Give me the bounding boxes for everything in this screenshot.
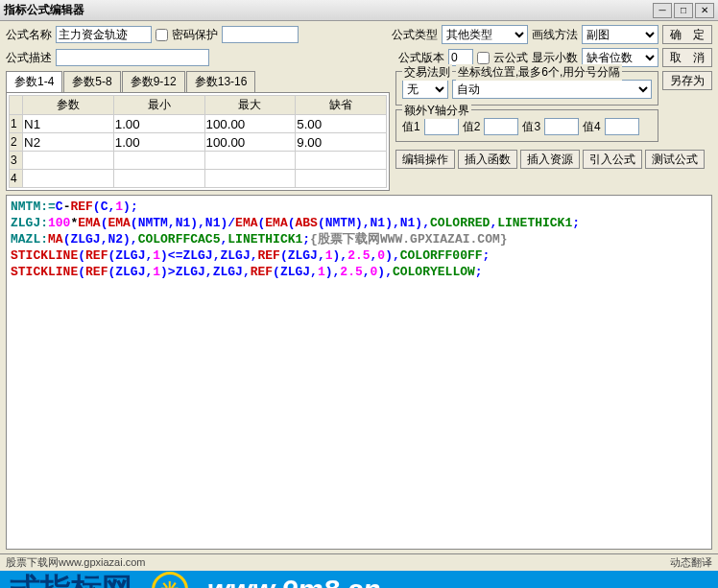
param-max-input[interactable] bbox=[206, 134, 295, 150]
tab-params-5-8[interactable]: 参数5-8 bbox=[63, 71, 120, 92]
trade-title: 交易法则 bbox=[402, 64, 452, 81]
table-row: 2 bbox=[10, 133, 387, 152]
param-min-input[interactable] bbox=[115, 116, 203, 131]
status-right: 动态翻译 bbox=[670, 555, 712, 570]
axis-v1-input[interactable] bbox=[424, 118, 459, 135]
trade-rule-group: 交易法则 坐标线位置,最多6个,用分号分隔 无 自动 bbox=[395, 71, 658, 106]
dec-label: 显示小数 bbox=[532, 50, 578, 66]
ad-banner: 式指标网 米 www.9m8.cn bbox=[0, 571, 718, 588]
param-grid: 参数 最小 最大 缺省 1 2 bbox=[6, 92, 390, 191]
param-min-input[interactable] bbox=[115, 153, 203, 168]
cancel-button[interactable]: 取 消 bbox=[662, 48, 712, 67]
param-min-input[interactable] bbox=[115, 171, 203, 186]
param-max-input[interactable] bbox=[206, 116, 295, 131]
param-name-input[interactable] bbox=[24, 116, 112, 131]
param-max-input[interactable] bbox=[206, 171, 295, 186]
ad-text: 式指标网 bbox=[10, 571, 132, 588]
ok-button[interactable]: 确 定 bbox=[662, 25, 712, 44]
draw-label: 画线方法 bbox=[532, 27, 578, 43]
param-def-input[interactable] bbox=[297, 116, 385, 131]
param-name-input[interactable] bbox=[24, 134, 112, 150]
edit-ops-button[interactable]: 编辑操作 bbox=[395, 150, 455, 169]
insert-res-button[interactable]: 插入资源 bbox=[520, 150, 580, 169]
status-bar: 股票下载网www.gpxiazai.com 动态翻译 bbox=[0, 553, 718, 571]
draw-select[interactable]: 副图 bbox=[582, 25, 658, 44]
axis-v3-input[interactable] bbox=[544, 118, 579, 135]
param-max-input[interactable] bbox=[206, 153, 295, 168]
table-row: 1 bbox=[10, 115, 387, 133]
col-max: 最大 bbox=[204, 96, 296, 115]
tab-params-1-4[interactable]: 参数1-4 bbox=[6, 71, 62, 92]
import-formula-button[interactable]: 引入公式 bbox=[583, 150, 642, 169]
param-name-input[interactable] bbox=[24, 153, 112, 168]
axis-v2-input[interactable] bbox=[484, 118, 518, 135]
maximize-button[interactable]: □ bbox=[674, 3, 693, 18]
name-label: 公式名称 bbox=[6, 27, 52, 43]
saveas-button[interactable]: 另存为 bbox=[662, 71, 712, 90]
tab-params-9-12[interactable]: 参数9-12 bbox=[122, 71, 185, 92]
trade-sel2[interactable]: 自动 bbox=[452, 80, 652, 99]
pwd-label: 密码保护 bbox=[172, 27, 218, 43]
desc-label: 公式描述 bbox=[6, 50, 52, 66]
cloud-checkbox[interactable] bbox=[477, 52, 490, 64]
trade-hint: 坐标线位置,最多6个,用分号分隔 bbox=[456, 64, 622, 81]
close-button[interactable]: ✕ bbox=[695, 3, 714, 18]
param-min-input[interactable] bbox=[115, 134, 203, 150]
insert-func-button[interactable]: 插入函数 bbox=[458, 150, 517, 169]
trade-sel1[interactable]: 无 bbox=[402, 80, 448, 99]
param-def-input[interactable] bbox=[297, 171, 385, 186]
status-left: 股票下载网www.gpxiazai.com bbox=[6, 555, 670, 570]
extra-axis-title: 额外Y轴分界 bbox=[402, 103, 471, 119]
window-title: 指标公式编辑器 bbox=[4, 2, 651, 18]
ad-logo-icon: 米 bbox=[152, 572, 188, 588]
tab-params-13-16[interactable]: 参数13-16 bbox=[186, 71, 256, 92]
title-bar: 指标公式编辑器 ─ □ ✕ bbox=[0, 0, 718, 21]
col-def: 缺省 bbox=[296, 96, 387, 115]
name-input[interactable] bbox=[56, 26, 152, 43]
pwd-input[interactable] bbox=[222, 26, 299, 43]
param-def-input[interactable] bbox=[297, 153, 385, 168]
test-formula-button[interactable]: 测试公式 bbox=[645, 150, 705, 169]
cloud-label: 云公式 bbox=[493, 50, 528, 66]
table-row: 4 bbox=[10, 170, 387, 188]
extra-axis-group: 额外Y轴分界 值1 值2 值3 值4 bbox=[395, 109, 658, 142]
ad-url: www.9m8.cn bbox=[207, 574, 381, 588]
code-editor[interactable]: NMTM:=C-REF(C,1); ZLGJ:100*EMA(EMA(NMTM,… bbox=[6, 195, 712, 550]
table-row: 3 bbox=[10, 152, 387, 170]
param-name-input[interactable] bbox=[24, 171, 112, 186]
minimize-button[interactable]: ─ bbox=[653, 3, 672, 18]
pwd-checkbox[interactable] bbox=[156, 29, 168, 41]
col-min: 最小 bbox=[113, 96, 204, 115]
type-select[interactable]: 其他类型 bbox=[442, 25, 528, 44]
desc-input[interactable] bbox=[56, 49, 209, 66]
col-param: 参数 bbox=[23, 96, 114, 115]
param-tabs: 参数1-4 参数5-8 参数9-12 参数13-16 bbox=[6, 71, 390, 92]
axis-v4-input[interactable] bbox=[605, 118, 639, 135]
type-label: 公式类型 bbox=[392, 27, 438, 43]
ver-label: 公式版本 bbox=[398, 50, 444, 66]
param-def-input[interactable] bbox=[297, 134, 385, 150]
